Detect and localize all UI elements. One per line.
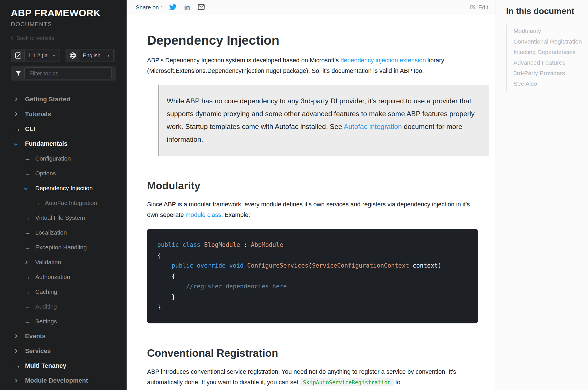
language-select-value: English [83, 52, 100, 59]
arrow-right-icon: → [14, 125, 25, 133]
inline-code: SkipAutoServiceRegistration [300, 378, 394, 386]
back-to-website-label: Back to website [16, 35, 54, 41]
chevron-right-icon [14, 98, 25, 101]
sidebar-item-label: Options [35, 170, 56, 177]
toc-item-3rd-party-providers[interactable]: 3rd-Party Providers [513, 68, 588, 78]
inline-link[interactable]: dependency injection extension [341, 57, 426, 64]
share-linkedin-button[interactable]: in [184, 4, 190, 11]
globe-icon [67, 50, 79, 61]
sidebar-item-label: Auditing [35, 303, 57, 310]
sidebar-item-getting-started[interactable]: Getting Started [0, 92, 127, 107]
sidebar-item-auditing[interactable]: →Auditing [0, 299, 127, 314]
sidebar-item-label: CLI [25, 125, 35, 133]
sidebar-item-authorization[interactable]: →Authorization [0, 270, 127, 284]
sidebar-item-multi-tenancy[interactable]: →Multi Tenancy [0, 358, 127, 373]
sidebar-item-dependency-injection[interactable]: Dependency Injection [0, 181, 127, 196]
code-block-content: public class BlogModule : AbpModule{ pub… [157, 240, 472, 313]
sidebar-item-module-development[interactable]: Module Development [0, 373, 127, 388]
sidebar-item-caching[interactable]: →Caching [0, 284, 127, 299]
toc-item-see-also[interactable]: See Also [513, 78, 588, 89]
modularity-paragraph: Since ABP is a modular framework, every … [147, 199, 478, 220]
version-select[interactable]: 1.1.2 (la ▼ [11, 49, 60, 62]
toc-item-advanced-features[interactable]: Advanced Features [513, 57, 588, 68]
chevron-left-icon [10, 36, 14, 40]
topbar: Share on : in Edit [127, 0, 496, 15]
sidebar-item-events[interactable]: Events [0, 329, 127, 344]
share-twitter-button[interactable] [169, 3, 177, 12]
sidebar-item-localization[interactable]: →Localization [0, 225, 127, 240]
back-to-website-link[interactable]: Back to website [11, 35, 116, 41]
sidebar-item-label: Multi Tenancy [25, 362, 66, 370]
sidebar-item-label: Tutorials [25, 110, 51, 118]
page-title: Dependency Injection [147, 33, 496, 48]
arrow-right-icon: → [24, 318, 35, 325]
sidebar: ABP FRAMEWORK DOCUMENTS Back to website … [0, 0, 127, 390]
sidebar-item-label: Dependency Injection [35, 185, 93, 192]
sidebar-item-fundamentals[interactable]: Fundamentals [0, 136, 127, 151]
sidebar-item-label: AutoFac Integration [45, 200, 97, 206]
filter-topics-input[interactable] [24, 67, 112, 79]
sidebar-item-label: Getting Started [25, 96, 70, 103]
arrow-right-icon: → [24, 273, 35, 281]
text-run: ABP's Dependency Injection system is dev… [147, 57, 341, 64]
arrow-right-icon: → [14, 362, 25, 370]
arrow-right-icon: → [24, 229, 35, 236]
arrow-right-icon: → [24, 214, 35, 221]
sidebar-item-configuration[interactable]: →Configuration [0, 151, 127, 166]
toc-item-injecting-dependencies[interactable]: Injecting Dependencies [513, 47, 588, 57]
code-line: public override void ConfigureServices(S… [157, 260, 472, 271]
sidebar-item-label: Caching [35, 288, 57, 295]
inline-link[interactable]: module class [185, 212, 221, 218]
toc-title: In this document [506, 6, 588, 16]
sidebar-item-autofac-integration[interactable]: →AutoFac Integration [0, 196, 127, 210]
code-line: //register dependencies here [157, 281, 472, 292]
chevron-right-icon [14, 113, 25, 116]
intro-paragraph: ABP's Dependency Injection system is dev… [147, 55, 478, 76]
conventional-paragraph: ABP introduces conventional service regi… [147, 367, 478, 388]
toc-item-conventional-registration[interactable]: Conventional Registration [513, 36, 588, 47]
sidebar-item-label: Fundamentals [25, 140, 67, 147]
sidebar-item-label: Virtual File System [35, 214, 85, 221]
app-title: ABP FRAMEWORK [11, 7, 116, 19]
chevron-right-icon [24, 261, 35, 264]
sidebar-item-label: Validation [35, 259, 61, 266]
arrow-right-icon: → [24, 244, 35, 251]
sidebar-item-label: Services [25, 347, 51, 355]
edit-label: Edit [478, 4, 488, 11]
sidebar-item-tutorials[interactable]: Tutorials [0, 107, 127, 122]
edit-button[interactable]: Edit [470, 4, 488, 11]
language-select[interactable]: English ▼ [65, 49, 115, 62]
code-block: public class BlogModule : AbpModule{ pub… [147, 229, 478, 323]
sidebar-item-options[interactable]: →Options [0, 166, 127, 181]
code-line: public class BlogModule : AbpModule [157, 240, 472, 250]
sidebar-item-validation[interactable]: Validation [0, 255, 127, 270]
toc-panel: In this document ModularityConventional … [496, 0, 588, 390]
version-select-value: 1.1.2 (la [28, 52, 48, 59]
app-subtitle: DOCUMENTS [11, 21, 116, 28]
toc-item-modularity[interactable]: Modularity [513, 26, 588, 36]
arrow-right-icon: → [24, 288, 35, 295]
sidebar-item-settings[interactable]: →Settings [0, 314, 127, 329]
sidebar-item-label: Events [25, 332, 46, 340]
sidebar-item-label: Localization [35, 229, 67, 236]
edit-pencil-icon [470, 4, 476, 11]
filter-funnel-icon [12, 67, 24, 79]
sidebar-item-services[interactable]: Services [0, 344, 127, 358]
chevron-down-icon [14, 142, 25, 145]
chevron-right-icon [14, 350, 25, 352]
toc-list: ModularityConventional RegistrationInjec… [506, 24, 588, 92]
arrow-right-icon: → [34, 199, 45, 207]
arrow-right-icon: → [24, 155, 35, 162]
share-email-button[interactable] [197, 3, 205, 12]
text-run: . Example: [221, 212, 250, 218]
sidebar-item-virtual-file-system[interactable]: →Virtual File System [0, 210, 127, 225]
inline-link[interactable]: Autofac integration [344, 123, 402, 130]
chevron-right-icon [14, 335, 25, 338]
caret-down-icon: ▼ [107, 54, 110, 57]
code-line: { [157, 271, 472, 282]
code-line: } [157, 302, 472, 313]
sidebar-item-cli[interactable]: →CLI [0, 122, 127, 136]
sidebar-item-label: Settings [35, 318, 57, 325]
sidebar-item-exception-handling[interactable]: →Exception Handling [0, 240, 127, 255]
share-on-label: Share on : [136, 4, 162, 11]
